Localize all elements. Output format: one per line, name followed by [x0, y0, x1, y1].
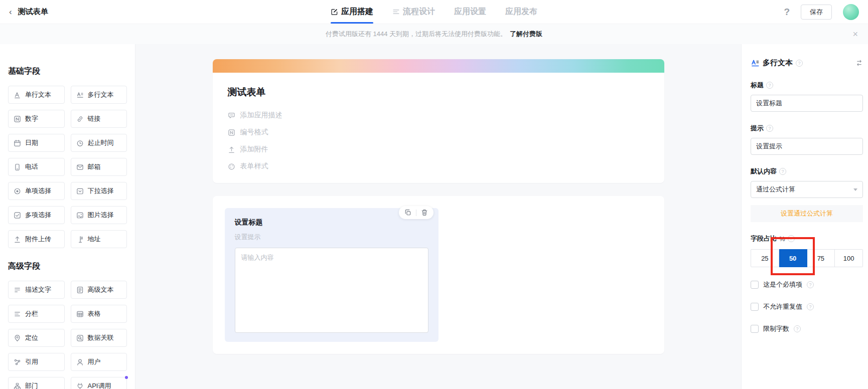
- sidebar-item-email[interactable]: 邮箱: [71, 158, 127, 176]
- rich-icon: [76, 286, 84, 294]
- sidebar-item-table[interactable]: 表格: [71, 305, 127, 323]
- tab-app-publish[interactable]: 应用发布: [505, 0, 537, 24]
- sidebar-item-date[interactable]: 日期: [8, 134, 65, 152]
- swap-field-type-icon[interactable]: [855, 59, 863, 67]
- tab-flow-design[interactable]: 流程设计: [392, 0, 435, 24]
- help-icon[interactable]: ?: [784, 7, 790, 18]
- back-group[interactable]: ‹ 测试表单: [9, 7, 48, 17]
- selected-field-card[interactable]: 设置标题 设置提示: [225, 208, 439, 342]
- tab-app-build[interactable]: 应用搭建: [331, 0, 373, 24]
- help-circle-icon[interactable]: ?: [794, 325, 801, 332]
- form-body-card: 设置标题 设置提示: [213, 196, 664, 354]
- sidebar-item-refer[interactable]: 引用: [8, 353, 65, 371]
- sidebar-item-image-select[interactable]: 图片选择: [71, 206, 127, 224]
- avatar[interactable]: [843, 4, 859, 20]
- panel-group-title: 标题?: [751, 81, 863, 112]
- back-chevron-icon[interactable]: ‹: [9, 8, 12, 16]
- field-ratio-label: 字段占比: [751, 234, 777, 243]
- search-box-icon: [76, 334, 84, 342]
- form-menu-number-format[interactable]: 编号格式: [228, 124, 649, 141]
- table-icon: [76, 310, 84, 318]
- field-button-label: 表格: [88, 309, 101, 318]
- help-circle-icon[interactable]: ?: [788, 235, 795, 242]
- multiline-textarea[interactable]: [235, 248, 428, 333]
- sidebar-item-multi-text[interactable]: 多行文本: [71, 86, 127, 104]
- mail-icon: [76, 163, 84, 171]
- help-circle-icon[interactable]: ?: [766, 125, 773, 132]
- sidebar-item-number[interactable]: 数字: [8, 110, 65, 128]
- copy-icon[interactable]: [404, 209, 411, 216]
- field-button-label: 部门: [25, 381, 38, 389]
- topbar-right: ? 保存: [784, 4, 859, 20]
- ratio-option-50[interactable]: 50: [779, 249, 807, 267]
- field-button-grid: 单行文本多行文本数字链接日期起止时间电话邮箱单项选择下拉选择多项选择图片选择附件…: [8, 86, 127, 248]
- sidebar-item-radio[interactable]: 单项选择: [8, 182, 65, 200]
- form-menu-add-description[interactable]: 添加应用描述: [228, 107, 649, 124]
- help-circle-icon[interactable]: ?: [807, 303, 814, 310]
- sidebar-item-locate[interactable]: 定位: [8, 329, 65, 347]
- checkbox-char-limit[interactable]: [751, 325, 759, 333]
- trial-notice-text: 付费试用版还有 1444 天到期，过期后将无法使用付费版功能。: [326, 30, 507, 39]
- sidebar-item-multi-select[interactable]: 多项选择: [8, 206, 65, 224]
- field-button-label: 用户: [88, 357, 101, 366]
- sidebar-item-data-link[interactable]: 数据关联: [71, 329, 127, 347]
- form-header-body: 测试表单 添加应用描述编号格式添加附件表单样式: [213, 73, 664, 183]
- sidebar-item-address[interactable]: 地址: [71, 230, 127, 248]
- sidebar-section-title: 高级字段: [8, 261, 127, 272]
- form-menu-form-style[interactable]: 表单样式: [228, 158, 649, 175]
- sidebar-item-dept[interactable]: 部门: [8, 377, 65, 389]
- field-type-title: 多行文本: [763, 58, 793, 68]
- checkbox-row-char-limit[interactable]: 限制字数?: [751, 324, 863, 333]
- sidebar-item-user[interactable]: 用户: [71, 353, 127, 371]
- form-menu-add-attachment[interactable]: 添加附件: [228, 141, 649, 158]
- ratio-option-100[interactable]: 100: [835, 249, 863, 267]
- title-input[interactable]: [751, 95, 863, 112]
- field-button-label: 附件上传: [25, 235, 51, 244]
- field-button-label: 邮箱: [88, 162, 101, 171]
- help-circle-icon[interactable]: ?: [766, 82, 773, 89]
- col-icon: [14, 310, 21, 318]
- trash-icon[interactable]: [421, 209, 428, 216]
- sidebar-item-single-text[interactable]: 单行文本: [8, 86, 65, 104]
- ratio-option-25[interactable]: 25: [751, 249, 779, 267]
- field-title: 设置标题: [235, 218, 428, 227]
- sidebar-item-api[interactable]: API调用: [71, 377, 127, 389]
- form-menu-label: 编号格式: [240, 128, 268, 137]
- field-button-label: 高级文本: [88, 285, 114, 294]
- edit-icon: [331, 8, 338, 16]
- checkbox-row-required[interactable]: 这是个必填项?: [751, 280, 863, 289]
- sidebar-item-columns[interactable]: 分栏: [8, 305, 65, 323]
- tab-label: 应用搭建: [341, 7, 373, 17]
- ratio-option-75[interactable]: 75: [807, 249, 835, 267]
- checkbox-label: 不允许重复值: [763, 302, 802, 311]
- checkbox-no-duplicate[interactable]: [751, 303, 759, 311]
- textarea-wrapper: [235, 248, 428, 333]
- help-circle-icon[interactable]: ?: [796, 60, 803, 67]
- checkbox-row-no-duplicate[interactable]: 不允许重复值?: [751, 302, 863, 311]
- sidebar-item-attachment[interactable]: 附件上传: [8, 230, 65, 248]
- hint-input[interactable]: [751, 138, 863, 155]
- tab-app-settings[interactable]: 应用设置: [454, 0, 486, 24]
- field-ratio-section: 字段占比 % ? 255075100: [751, 234, 863, 267]
- form-header-card[interactable]: 测试表单 添加应用描述编号格式添加附件表单样式: [213, 59, 664, 183]
- user-icon: [76, 358, 84, 366]
- save-button[interactable]: 保存: [801, 5, 832, 20]
- learn-paid-link[interactable]: 了解付费版: [510, 30, 542, 39]
- default-content-select[interactable]: 通过公式计算: [751, 181, 863, 198]
- checkbox-required[interactable]: [751, 281, 759, 289]
- set-formula-link[interactable]: 设置通过公式计算: [751, 205, 863, 222]
- sidebar-item-link[interactable]: 链接: [71, 110, 127, 128]
- sidebar-item-phone[interactable]: 电话: [8, 158, 65, 176]
- form-header-menu: 添加应用描述编号格式添加附件表单样式: [228, 107, 649, 175]
- sidebar-item-rich-text[interactable]: 高级文本: [71, 281, 127, 299]
- default-content-group: 默认内容 ? 通过公式计算 设置通过公式计算: [751, 167, 863, 222]
- label-row: 标题?: [751, 81, 863, 90]
- sidebar-item-desc-text[interactable]: 描述文字: [8, 281, 65, 299]
- close-icon[interactable]: ×: [852, 30, 858, 39]
- num-icon: [14, 115, 21, 123]
- help-circle-icon[interactable]: ?: [779, 168, 786, 175]
- sidebar-item-time-range[interactable]: 起止时间: [71, 134, 127, 152]
- help-circle-icon[interactable]: ?: [807, 281, 814, 288]
- sidebar-item-dropdown[interactable]: 下拉选择: [71, 182, 127, 200]
- field-button-label: 多行文本: [88, 90, 114, 99]
